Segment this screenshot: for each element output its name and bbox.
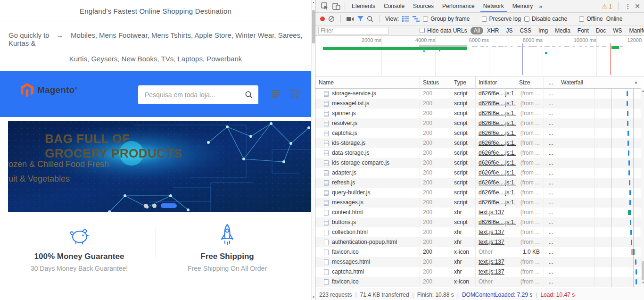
cart-icon[interactable] xyxy=(289,89,300,99)
filter-input[interactable] xyxy=(318,27,389,34)
type-filter-ws[interactable]: WS xyxy=(610,27,625,34)
table-row[interactable]: ids-storage.js200scriptd626f6e....js:1..… xyxy=(315,138,641,148)
column-header-status[interactable]: Status xyxy=(420,76,451,89)
initiator-link[interactable]: d626f6e....js:1... xyxy=(479,90,516,97)
requests-scrollbar[interactable]: ▲ ▼ xyxy=(641,89,644,287)
devtools-menu-icon[interactable]: ⋮ xyxy=(625,3,631,10)
initiator-link[interactable]: d626f6e....js:1... xyxy=(479,179,516,186)
throttling-select[interactable]: Online xyxy=(606,16,623,22)
scroll-down-icon[interactable]: ▼ xyxy=(641,281,644,284)
initiator-link[interactable]: text.js:137 xyxy=(479,258,504,265)
tab-elements[interactable]: Elements xyxy=(349,0,378,12)
initiator-link[interactable]: text.js:137 xyxy=(479,239,504,245)
scroll-up-icon[interactable]: ▲ xyxy=(312,1,315,4)
tab-sources[interactable]: Sources xyxy=(410,0,437,12)
hide-data-urls-checkbox[interactable] xyxy=(420,28,425,33)
table-row[interactable]: favicon.ico200x-iconOther(from ...... xyxy=(315,277,641,287)
disable-cache-checkbox[interactable] xyxy=(524,17,529,22)
initiator-link[interactable]: text.js:137 xyxy=(479,229,504,235)
table-row[interactable]: messageList.js200scriptd626f6e....js:1..… xyxy=(315,99,641,108)
table-row[interactable]: spinner.js200scriptd626f6e....js:1...(fr… xyxy=(315,108,641,118)
page-scrollbar[interactable]: ▲ ▼ xyxy=(311,0,315,300)
tab-network[interactable]: Network xyxy=(480,0,507,12)
column-header-type[interactable]: Type xyxy=(451,76,476,89)
table-row[interactable]: adapter.js200scriptd626f6e....js:1...(fr… xyxy=(315,168,641,178)
warning-badge[interactable]: ⚠ 1 xyxy=(602,3,612,10)
type-filter-img[interactable]: Img xyxy=(535,27,551,34)
table-row[interactable]: messages.js200scriptd626f6e....js:1...(f… xyxy=(315,198,641,208)
table-row[interactable]: authentication-popup.html200xhrtext.js:1… xyxy=(315,237,641,247)
initiator-link[interactable]: d626f6e....js:1... xyxy=(479,199,516,206)
table-row[interactable]: messages.html200xhrtext.js:137(from ....… xyxy=(315,257,641,267)
type-filter-doc[interactable]: Doc xyxy=(593,27,609,34)
initiator-link[interactable]: text.js:137 xyxy=(479,268,504,275)
initiator-link[interactable]: d626f6e....js:1... xyxy=(479,150,516,156)
table-row[interactable]: buttons.js200scriptd626f6e....js:1...(fr… xyxy=(315,217,641,227)
tab-memory[interactable]: Memory xyxy=(510,0,536,12)
tab-performance[interactable]: Performance xyxy=(439,0,478,12)
group-by-frame-checkbox[interactable] xyxy=(423,17,428,22)
scroll-down-icon[interactable]: ▼ xyxy=(312,296,315,299)
initiator-link[interactable]: d626f6e....js:1... xyxy=(479,169,516,176)
table-row[interactable]: favicon.ico200x-iconOther1.0 KB... xyxy=(315,247,641,257)
column-header-initiator[interactable]: Initiator xyxy=(476,76,516,89)
large-rows-icon[interactable] xyxy=(402,16,409,22)
type-filter-media[interactable]: Media xyxy=(552,27,574,34)
offline-checkbox[interactable] xyxy=(579,17,584,22)
tab-console[interactable]: Console xyxy=(381,0,407,12)
show-overview-icon[interactable] xyxy=(413,16,420,22)
carousel-dot-active[interactable] xyxy=(161,203,177,208)
type-filter-all[interactable]: All xyxy=(471,27,483,34)
capture-screenshots-icon[interactable] xyxy=(347,17,354,22)
table-row[interactable]: captcha.html200xhrtext.js:137(from .....… xyxy=(315,267,641,277)
column-header-waterfall[interactable]: Waterfall▲ xyxy=(558,76,641,89)
initiator-link[interactable]: d626f6e....js:1... xyxy=(479,140,516,146)
table-row[interactable]: content.html200xhrtext.js:137(from .....… xyxy=(315,208,641,217)
network-overview-timeline[interactable]: 2000 ms4000 ms6000 ms8000 ms10000 ms1200… xyxy=(315,36,644,76)
record-button[interactable] xyxy=(320,17,325,21)
initiator-link[interactable]: d626f6e....js:1... xyxy=(479,130,516,136)
table-row[interactable]: storage-service.js200scriptd626f6e....js… xyxy=(315,89,641,99)
initiator-link[interactable]: d626f6e....js:1... xyxy=(479,189,516,196)
scroll-up-icon[interactable]: ▲ xyxy=(641,90,644,92)
scrollbar-thumb[interactable] xyxy=(642,261,644,280)
search-button[interactable] xyxy=(239,85,258,104)
search-input[interactable] xyxy=(138,91,239,99)
type-filter-manifest[interactable]: Manifest xyxy=(626,27,644,34)
table-row[interactable]: query-builder.js200scriptd626f6e....js:1… xyxy=(315,188,641,198)
type-filter-font[interactable]: Font xyxy=(574,27,592,34)
column-header-name[interactable]: Name xyxy=(315,76,420,89)
initiator-link[interactable]: d626f6e....js:1... xyxy=(479,100,516,107)
column-header-more[interactable]: ... xyxy=(544,76,558,89)
column-header-size[interactable]: Size xyxy=(516,76,544,89)
hero-banner[interactable]: BAG FULL OF GROCERY PRODUCTS rozen & Chi… xyxy=(8,121,312,212)
more-tabs-icon[interactable]: » xyxy=(539,3,542,10)
table-row[interactable]: refresh.js200scriptd626f6e....js:1...(fr… xyxy=(315,178,641,188)
initiator-link[interactable]: d626f6e....js:1... xyxy=(479,159,516,166)
initiator-link[interactable]: d626f6e....js:1... xyxy=(479,120,516,126)
inspect-element-icon[interactable] xyxy=(321,2,329,10)
table-row[interactable]: collection.html200xhrtext.js:137(from ..… xyxy=(315,227,641,237)
magento-logo[interactable]: Magento® xyxy=(21,83,78,97)
type-filter-xhr[interactable]: XHR xyxy=(484,27,502,34)
carousel-dot[interactable] xyxy=(144,204,148,208)
initiator-link[interactable]: d626f6e....js:1... xyxy=(479,219,516,225)
clear-icon[interactable] xyxy=(328,16,335,22)
table-row[interactable]: resolver.js200scriptd626f6e....js:1...(f… xyxy=(315,118,641,128)
table-row[interactable]: captcha.js200scriptd626f6e....js:1...(fr… xyxy=(315,128,641,138)
device-toolbar-icon[interactable] xyxy=(332,3,340,10)
type-filter-css[interactable]: CSS xyxy=(516,27,535,34)
quick-links-items[interactable]: Mobiles, Mens Footwear, Mens Tshirts, Ap… xyxy=(8,31,302,47)
filter-icon[interactable] xyxy=(357,16,363,22)
initiator-link[interactable]: d626f6e....js:1... xyxy=(479,110,516,117)
close-devtools-icon[interactable]: ✕ xyxy=(635,2,640,10)
quick-links-line2[interactable]: Kurtis, Geysers, New Books, TVs, Laptops… xyxy=(0,55,311,63)
search-requests-icon[interactable] xyxy=(367,16,373,22)
type-filter-js[interactable]: JS xyxy=(503,27,516,34)
carousel-dot[interactable] xyxy=(152,204,157,208)
preserve-log-checkbox[interactable] xyxy=(482,17,487,22)
initiator-link[interactable]: text.js:137 xyxy=(479,209,504,216)
table-row[interactable]: ids-storage-compare.js200scriptd626f6e..… xyxy=(315,158,641,168)
table-row[interactable]: data-storage.js200scriptd626f6e....js:1.… xyxy=(315,148,641,158)
list-view-icon[interactable] xyxy=(272,90,281,98)
